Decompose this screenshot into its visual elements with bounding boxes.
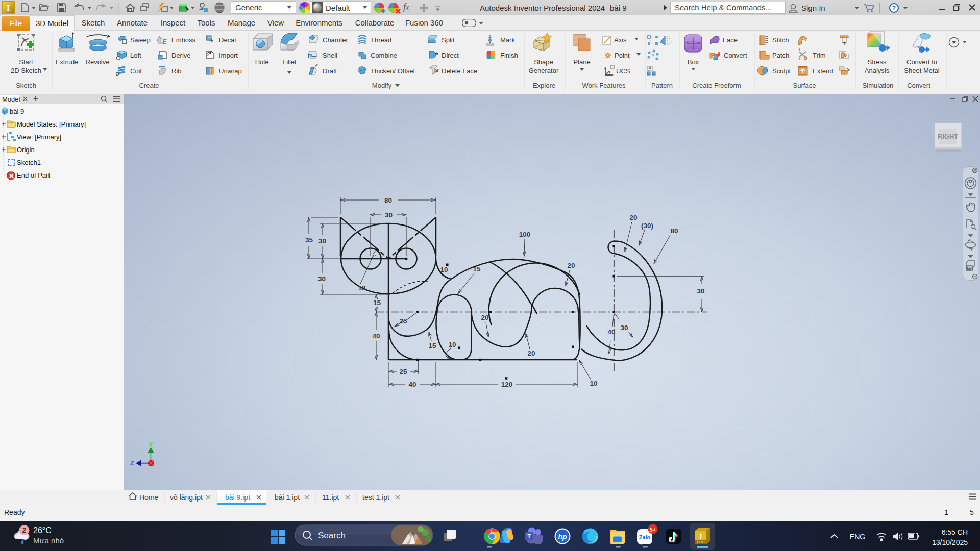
svg-text:Sculpt: Sculpt [772, 67, 791, 75]
svg-text:I: I [699, 533, 702, 541]
svg-text:Zalo: Zalo [639, 534, 651, 540]
svg-text:Sketch1: Sketch1 [17, 159, 41, 166]
svg-text:Modify: Modify [372, 82, 392, 89]
svg-text:Plane: Plane [573, 58, 590, 66]
svg-text:11.ipt: 11.ipt [322, 493, 339, 502]
svg-text:40: 40 [372, 332, 380, 340]
svg-text:40: 40 [607, 328, 615, 336]
svg-text:Generator: Generator [529, 67, 559, 74]
svg-text:10: 10 [440, 266, 448, 273]
svg-text:Revolve: Revolve [86, 58, 110, 66]
svg-text:Convert to: Convert to [906, 58, 937, 66]
svg-text:Home: Home [139, 493, 159, 502]
svg-text:25: 25 [399, 368, 407, 375]
svg-text:15: 15 [373, 299, 381, 307]
svg-text:Point: Point [615, 52, 630, 59]
svg-text:Finish: Finish [500, 52, 518, 59]
svg-text:20: 20 [527, 349, 535, 357]
svg-text:Rib: Rib [172, 67, 182, 75]
svg-text:Chamfer: Chamfer [323, 36, 349, 44]
svg-text:bài 9: bài 9 [10, 108, 24, 115]
svg-text:Import: Import [219, 52, 238, 59]
svg-text:Search: Search [318, 531, 346, 540]
svg-text:Emboss: Emboss [172, 36, 195, 44]
svg-text:Stitch: Stitch [772, 36, 789, 44]
svg-text:?: ? [892, 5, 896, 12]
svg-text:hp: hp [558, 533, 567, 541]
svg-text:View: [Primary]: View: [Primary] [17, 133, 61, 141]
svg-text:80: 80 [670, 227, 678, 235]
svg-text:PRO: PRO [697, 540, 705, 544]
svg-text:Model: Model [2, 95, 20, 103]
svg-text:Create: Create [139, 82, 159, 89]
svg-text:15: 15 [473, 265, 481, 273]
svg-text:Convert: Convert [907, 82, 930, 89]
svg-text:Z: Z [130, 459, 134, 467]
svg-text:Sketch: Sketch [16, 82, 36, 89]
svg-text:Face: Face [723, 36, 738, 44]
svg-text:10: 10 [590, 380, 597, 387]
svg-text:Surface: Surface [793, 82, 816, 89]
svg-text:Work Features: Work Features [582, 82, 626, 89]
svg-text:Unwrap: Unwrap [219, 67, 242, 75]
svg-text:Convert: Convert [724, 52, 747, 59]
svg-text:RIGHT: RIGHT [938, 133, 959, 140]
svg-text:Direct: Direct [442, 52, 459, 59]
svg-text:Shape: Shape [534, 58, 553, 66]
svg-text:test 1.ipt: test 1.ipt [362, 493, 389, 502]
svg-text:Extrude: Extrude [56, 58, 79, 66]
svg-text:20: 20 [567, 262, 575, 269]
svg-text:40: 40 [408, 381, 416, 388]
svg-text:Patch: Patch [772, 52, 789, 59]
svg-text:Thread: Thread [371, 36, 391, 44]
svg-text:Split: Split [442, 36, 455, 44]
svg-text:5+: 5+ [650, 527, 656, 533]
svg-text:E: E [162, 38, 167, 45]
svg-text:Box: Box [688, 58, 699, 66]
svg-text:Mark: Mark [500, 36, 515, 44]
svg-text:Trim: Trim [813, 52, 826, 59]
svg-text:vô lăng.ipt: vô lăng.ipt [170, 493, 203, 502]
svg-text:Extend: Extend [813, 67, 833, 75]
svg-text:30: 30 [620, 324, 628, 332]
svg-text:Sheet Metal: Sheet Metal [904, 67, 939, 74]
svg-text:Shell: Shell [323, 52, 337, 59]
svg-text:20: 20 [629, 214, 637, 221]
svg-text:6:55 CH: 6:55 CH [942, 528, 968, 536]
svg-text:26°C: 26°C [33, 526, 52, 535]
svg-text:bài 9.ipt: bài 9.ipt [225, 493, 250, 502]
svg-text:I: I [7, 3, 10, 13]
svg-text:2: 2 [22, 526, 27, 534]
svg-text:120: 120 [501, 381, 513, 388]
svg-text:Stress: Stress [868, 58, 887, 66]
svg-text:Fillet: Fillet [282, 58, 297, 66]
svg-text:13/10/2025: 13/10/2025 [932, 538, 968, 546]
svg-text:Start: Start [19, 58, 33, 66]
svg-text:30: 30 [697, 287, 704, 295]
svg-text:Sweep: Sweep [130, 36, 151, 44]
svg-text:Pattern: Pattern [651, 82, 673, 89]
svg-text:T: T [527, 533, 531, 539]
svg-text:(30): (30) [641, 222, 653, 230]
svg-text:Decal: Decal [219, 36, 236, 44]
svg-text:25: 25 [399, 317, 407, 325]
svg-text:Coil: Coil [130, 67, 142, 75]
svg-text:Hole: Hole [255, 58, 269, 66]
svg-text:Create Freeform: Create Freeform [692, 82, 741, 89]
svg-text:Analysis: Analysis [865, 67, 890, 74]
svg-text:80: 80 [384, 196, 392, 204]
svg-text:Origin: Origin [17, 146, 35, 154]
svg-text:2D Sketch: 2D Sketch [11, 67, 41, 74]
svg-text:Model States: [Primary]: Model States: [Primary] [17, 120, 86, 128]
svg-text:bài 1.ipt: bài 1.ipt [275, 493, 300, 502]
svg-text:Loft: Loft [130, 52, 141, 59]
svg-text:UCS: UCS [616, 67, 630, 75]
svg-text:30: 30 [385, 211, 393, 219]
svg-text:ENG: ENG [850, 533, 865, 541]
svg-text:Axis: Axis [614, 36, 627, 44]
svg-text:Thicken/ Offset: Thicken/ Offset [371, 67, 415, 75]
svg-text:Explore: Explore [533, 82, 555, 89]
svg-text:30: 30 [318, 275, 326, 283]
svg-text:35: 35 [305, 236, 313, 244]
svg-text:Delete Face: Delete Face [442, 67, 477, 75]
